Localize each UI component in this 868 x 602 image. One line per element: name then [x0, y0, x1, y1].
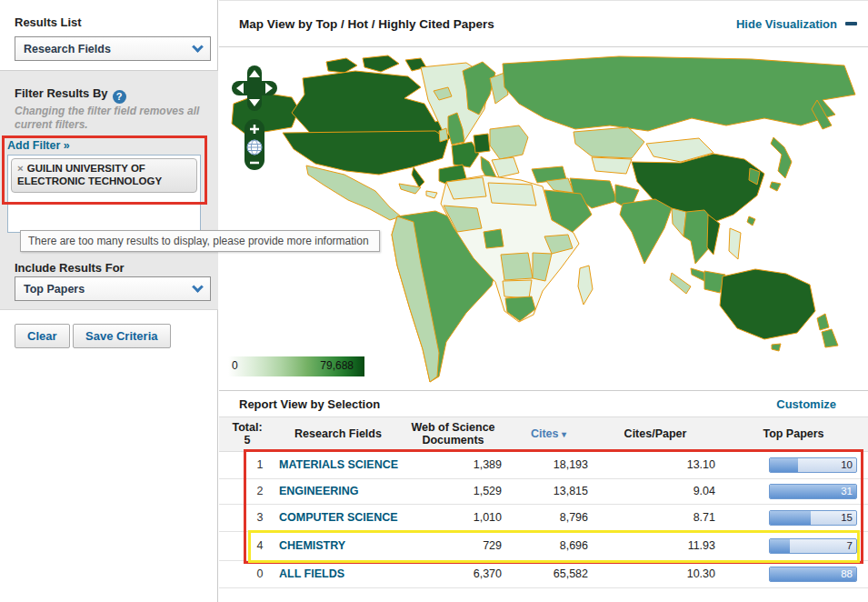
row-docs: 1,529: [401, 485, 505, 497]
row-rank: 4: [244, 539, 275, 552]
column-header-field[interactable]: Research Fields: [275, 424, 401, 444]
save-criteria-button[interactable]: Save Criteria: [73, 324, 171, 348]
results-list-dropdown[interactable]: Research Fields: [15, 36, 211, 61]
total-count: Total: 5: [219, 417, 275, 451]
row-cites-per-paper: 10.30: [592, 567, 719, 580]
row-rank: 3: [244, 511, 275, 524]
row-rank: 2: [244, 485, 275, 497]
results-list-dropdown-value: Research Fields: [24, 43, 111, 55]
report-header: Report View by Selection Customize: [219, 390, 868, 416]
collapse-minus-icon: [845, 22, 857, 25]
table-row[interactable]: 4 CHEMISTRY 729 8,696 11.93 7: [219, 532, 868, 561]
row-cites-per-paper: 13.10: [592, 458, 719, 471]
row-cites: 13,815: [505, 485, 592, 497]
include-results-dropdown-value: Top Papers: [24, 283, 85, 296]
filter-note: Changing the filter field removes all cu…: [15, 105, 204, 132]
row-field-link[interactable]: MATERIALS SCIENCE: [275, 455, 401, 475]
row-docs: 1,389: [401, 458, 505, 471]
row-cites-per-paper: 11.93: [592, 539, 719, 552]
top-papers-bar-fill: [770, 511, 811, 525]
table-row[interactable]: 1 MATERIALS SCIENCE 1,389 18,193 13.10 1…: [219, 452, 868, 479]
include-results-heading: Include Results For: [15, 261, 125, 275]
table-row[interactable]: 0 ALL FIELDS 6,370 65,582 10.30 88: [219, 561, 868, 588]
column-header-top-papers[interactable]: Top Papers: [719, 424, 868, 444]
sort-desc-icon: ▾: [562, 429, 566, 439]
column-header-docs[interactable]: Web of Science Documents: [401, 417, 505, 451]
legend-min-label: 0: [232, 359, 238, 372]
filter-input-box[interactable]: ×GUILIN UNIVERSITY OF ELECTRONIC TECHNOL…: [7, 155, 201, 233]
row-cites: 8,696: [505, 539, 592, 552]
row-top-papers: 15: [841, 511, 853, 525]
top-papers-bar-fill: [770, 539, 790, 553]
filter-by-heading: Filter Results By?: [15, 86, 126, 104]
column-header-cites[interactable]: Cites ▾: [505, 424, 592, 444]
report-table: Total: 5 Research Fields Web of Science …: [219, 416, 868, 588]
filter-chip-label: GUILIN UNIVERSITY OF ELECTRONIC TECHNOLO…: [17, 163, 162, 186]
column-header-cites-per-paper[interactable]: Cites/Paper: [592, 424, 719, 444]
chevron-down-icon: [192, 41, 204, 53]
results-list-heading: Results List: [15, 15, 82, 29]
legend-max-label: 79,688: [320, 359, 354, 372]
map-header: Map View by Top / Hot / Highly Cited Pap…: [219, 0, 868, 47]
map-view: 0 79,688: [219, 47, 868, 390]
top-papers-bar: 31: [769, 484, 857, 499]
chevron-down-icon: [192, 281, 204, 293]
top-papers-bar: 10: [769, 457, 857, 473]
clear-button[interactable]: Clear: [15, 324, 70, 348]
row-field-link[interactable]: ALL FIELDS: [275, 564, 401, 584]
row-cites: 18,193: [505, 458, 592, 471]
top-papers-bar-fill: [770, 458, 798, 472]
app-window: Results List Research Fields Filter Resu…: [0, 0, 868, 602]
too-many-results-tooltip: There are too many results to display, p…: [20, 230, 380, 252]
customize-link[interactable]: Customize: [776, 397, 836, 411]
report-title: Report View by Selection: [239, 397, 380, 411]
map-countries[interactable]: [232, 55, 855, 382]
row-cites: 65,582: [505, 567, 592, 580]
row-docs: 729: [401, 539, 505, 552]
main-panel: Map View by Top / Hot / Highly Cited Pap…: [219, 0, 868, 602]
top-papers-bar: 7: [769, 538, 857, 554]
row-docs: 1,010: [401, 511, 505, 524]
top-papers-bar: 88: [769, 567, 857, 582]
add-filter-link[interactable]: Add Filter »: [7, 139, 70, 152]
report-table-body: 1 MATERIALS SCIENCE 1,389 18,193 13.10 1…: [219, 452, 868, 588]
help-icon[interactable]: ?: [113, 90, 126, 104]
filter-chip[interactable]: ×GUILIN UNIVERSITY OF ELECTRONIC TECHNOL…: [11, 158, 197, 193]
include-results-dropdown[interactable]: Top Papers: [15, 276, 211, 301]
row-cites-per-paper: 9.04: [592, 485, 719, 497]
row-top-papers: 88: [841, 567, 853, 581]
table-row[interactable]: 2 ENGINEERING 1,529 13,815 9.04 31: [219, 479, 868, 505]
row-field-link[interactable]: COMPUTER SCIENCE: [275, 507, 401, 527]
map-legend: 0 79,688: [228, 356, 364, 376]
table-header-row: Total: 5 Research Fields Web of Science …: [219, 416, 868, 452]
world-map: [219, 47, 868, 390]
row-docs: 6,370: [401, 567, 505, 580]
chip-remove-icon[interactable]: ×: [17, 163, 24, 174]
top-papers-bar: 15: [769, 510, 857, 526]
row-rank: 0: [244, 567, 275, 580]
map-zoom-control[interactable]: [244, 119, 264, 170]
row-field-link[interactable]: ENGINEERING: [275, 481, 401, 501]
map-title: Map View by Top / Hot / Highly Cited Pap…: [239, 17, 494, 31]
row-top-papers: 7: [847, 539, 853, 553]
row-top-papers: 10: [841, 458, 853, 472]
table-row[interactable]: 3 COMPUTER SCIENCE 1,010 8,796 8.71 15: [219, 505, 868, 532]
row-top-papers: 31: [841, 485, 853, 498]
row-field-link[interactable]: CHEMISTRY: [275, 536, 401, 556]
sidebar: Results List Research Fields Filter Resu…: [0, 0, 218, 602]
row-cites-per-paper: 8.71: [592, 511, 719, 524]
row-rank: 1: [244, 458, 275, 471]
hide-visualization-link[interactable]: Hide Visualization: [736, 17, 857, 31]
row-cites: 8,796: [505, 511, 592, 524]
